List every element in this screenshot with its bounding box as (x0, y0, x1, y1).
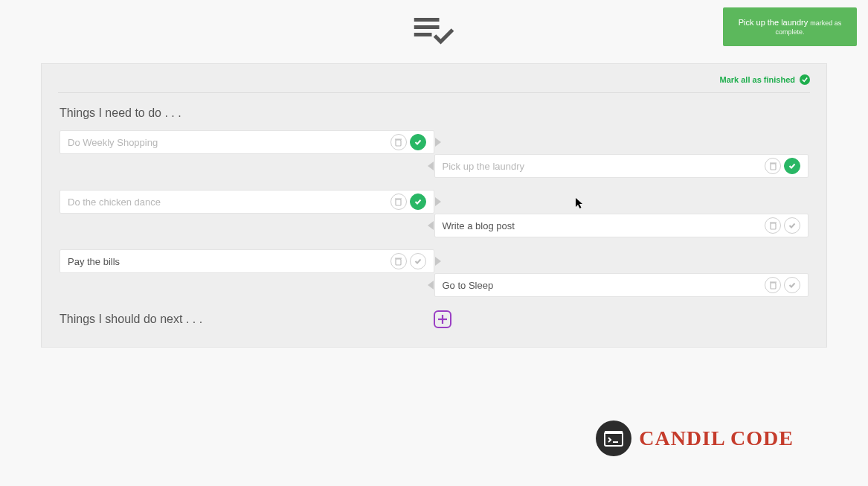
todo-text: Write a blog post (443, 220, 762, 231)
delete-icon[interactable] (765, 217, 781, 234)
svg-rect-13 (771, 283, 776, 289)
svg-rect-5 (396, 199, 401, 205)
todo-text: Do the chicken dance (68, 196, 388, 208)
todo-card: Mark all as finished Things I need to do… (41, 63, 827, 348)
check-icon[interactable] (410, 134, 426, 150)
watermark-logo-icon (596, 421, 631, 456)
card-header: Mark all as finished (58, 64, 810, 93)
delete-icon[interactable] (390, 134, 407, 150)
add-button[interactable] (434, 310, 451, 328)
svg-rect-1 (414, 25, 439, 29)
check-icon[interactable] (784, 277, 800, 293)
svg-rect-0 (414, 18, 439, 22)
heading-todo: Things I need to do . . . (60, 106, 826, 120)
check-icon (800, 74, 810, 85)
svg-rect-11 (771, 223, 776, 229)
svg-rect-7 (396, 259, 401, 265)
toast-notification: Pick up the laundry marked as complete. (723, 7, 857, 46)
check-icon[interactable] (784, 217, 800, 234)
delete-icon[interactable] (390, 253, 407, 269)
arrow-left-icon (428, 281, 434, 290)
svg-rect-12 (770, 222, 777, 223)
svg-rect-9 (771, 164, 776, 170)
watermark-text: CANDIL CODE (639, 426, 794, 450)
todo-column-right: Pick up the laundry Write a blog post (434, 130, 809, 333)
plus-icon (437, 314, 448, 324)
delete-icon[interactable] (765, 158, 781, 174)
todo-text: Pay the bills (68, 256, 388, 267)
todo-text: Pick up the laundry (443, 161, 762, 172)
check-icon[interactable] (410, 253, 426, 269)
arrow-right-icon (435, 257, 441, 266)
svg-rect-4 (395, 138, 402, 139)
todo-item[interactable]: Pick up the laundry (434, 154, 809, 178)
check-icon[interactable] (784, 158, 800, 174)
arrow-right-icon (435, 138, 441, 147)
svg-rect-18 (605, 431, 623, 434)
arrow-left-icon (428, 162, 434, 170)
app-logo (414, 16, 454, 46)
delete-icon[interactable] (390, 194, 407, 210)
watermark: CANDIL CODE (596, 421, 794, 456)
todo-item[interactable]: Write a blog post (434, 214, 809, 237)
todo-item[interactable]: Do the chicken dance (60, 190, 434, 214)
check-icon[interactable] (410, 194, 426, 210)
toast-title: Pick up the laundry (739, 18, 808, 27)
todo-column-left: Do Weekly Shopping Do the chicken dance (60, 130, 434, 333)
heading-next: Things I should do next . . . (60, 313, 202, 326)
svg-rect-3 (396, 140, 401, 146)
todo-text: Do Weekly Shopping (68, 137, 388, 148)
todo-item[interactable]: Pay the bills (60, 249, 434, 273)
mark-all-label: Mark all as finished (720, 75, 795, 84)
svg-rect-8 (395, 258, 402, 258)
svg-rect-6 (395, 198, 402, 199)
todo-item[interactable]: Do Weekly Shopping (60, 130, 434, 154)
arrow-right-icon (435, 197, 441, 206)
svg-rect-17 (605, 432, 623, 446)
todo-columns: Do Weekly Shopping Do the chicken dance (42, 130, 826, 333)
svg-rect-10 (770, 162, 777, 163)
delete-icon[interactable] (765, 277, 781, 293)
todo-text: Go to Sleep (443, 280, 762, 291)
mark-all-button[interactable]: Mark all as finished (720, 74, 810, 85)
svg-rect-2 (414, 33, 431, 36)
todo-item[interactable]: Go to Sleep (434, 273, 809, 297)
svg-rect-14 (770, 281, 777, 282)
arrow-left-icon (428, 221, 434, 230)
